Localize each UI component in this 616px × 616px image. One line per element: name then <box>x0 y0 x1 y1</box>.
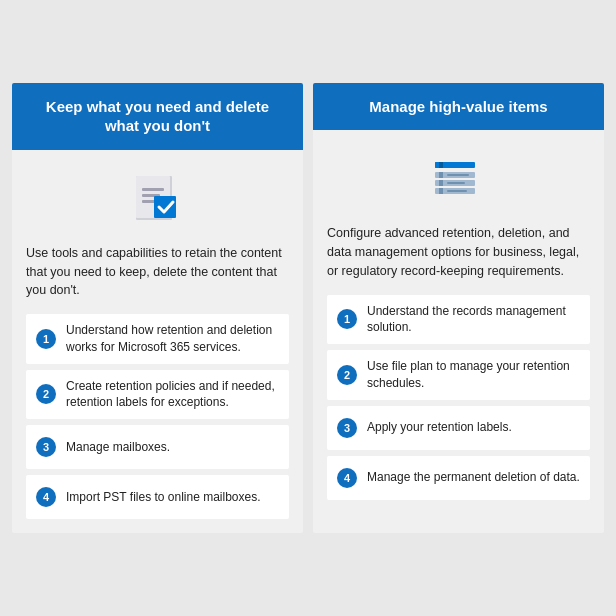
step-item: 3 Manage mailboxes. <box>26 425 289 469</box>
step-item: 4 Manage the permanent deletion of data. <box>327 456 590 500</box>
svg-rect-11 <box>447 174 469 176</box>
step-number-2: 2 <box>337 365 357 385</box>
step-text-3: Apply your retention labels. <box>367 419 512 436</box>
step-text-2: Create retention policies and if needed,… <box>66 378 279 412</box>
records-icon <box>427 146 491 210</box>
step-text-3: Manage mailboxes. <box>66 439 170 456</box>
step-text-2: Use file plan to manage your retention s… <box>367 358 580 392</box>
panel-keep-header: Keep what you need and delete what you d… <box>12 83 303 150</box>
svg-rect-17 <box>447 190 467 192</box>
step-number-3: 3 <box>36 437 56 457</box>
records-icon-area <box>327 146 590 210</box>
step-number-3: 3 <box>337 418 357 438</box>
svg-rect-10 <box>439 172 443 178</box>
step-item: 1 Understand how retention and deletion … <box>26 314 289 364</box>
panel-manage: Manage high-value items <box>313 83 604 533</box>
step-item: 3 Apply your retention labels. <box>327 406 590 450</box>
panel-manage-steps: 1 Understand the records management solu… <box>327 295 590 500</box>
svg-rect-2 <box>142 188 164 191</box>
step-item: 2 Use file plan to manage your retention… <box>327 350 590 400</box>
step-number-1: 1 <box>337 309 357 329</box>
svg-rect-13 <box>439 180 443 186</box>
step-item: 2 Create retention policies and if neede… <box>26 370 289 420</box>
panel-manage-header: Manage high-value items <box>313 83 604 131</box>
checklist-icon <box>126 166 190 230</box>
panel-keep-description: Use tools and capabilities to retain the… <box>26 244 289 300</box>
svg-rect-14 <box>447 182 465 184</box>
panel-keep-steps: 1 Understand how retention and deletion … <box>26 314 289 519</box>
checklist-icon-area <box>26 166 289 230</box>
svg-rect-5 <box>154 196 176 218</box>
step-number-1: 1 <box>36 329 56 349</box>
step-item: 4 Import PST files to online mailboxes. <box>26 475 289 519</box>
step-number-2: 2 <box>36 384 56 404</box>
step-number-4: 4 <box>36 487 56 507</box>
svg-rect-8 <box>439 162 443 168</box>
step-text-4: Import PST files to online mailboxes. <box>66 489 261 506</box>
panel-keep-body: Use tools and capabilities to retain the… <box>12 150 303 533</box>
step-number-4: 4 <box>337 468 357 488</box>
panel-manage-body: Configure advanced retention, deletion, … <box>313 130 604 533</box>
svg-rect-16 <box>439 188 443 194</box>
main-container: Keep what you need and delete what you d… <box>12 83 604 533</box>
step-text-4: Manage the permanent deletion of data. <box>367 469 580 486</box>
panel-keep: Keep what you need and delete what you d… <box>12 83 303 533</box>
panel-manage-description: Configure advanced retention, deletion, … <box>327 224 590 280</box>
step-text-1: Understand how retention and deletion wo… <box>66 322 279 356</box>
step-item: 1 Understand the records management solu… <box>327 295 590 345</box>
step-text-1: Understand the records management soluti… <box>367 303 580 337</box>
